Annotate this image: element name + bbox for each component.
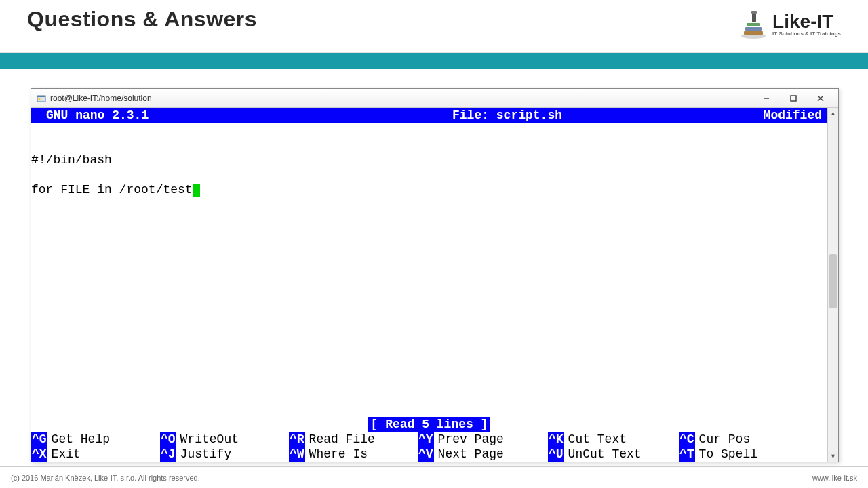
shortcut-key: ^R bbox=[289, 432, 305, 447]
close-button[interactable] bbox=[807, 91, 834, 106]
nano-status-bar: [ Read 5 lines ] bbox=[31, 417, 827, 432]
code-line-2 bbox=[31, 167, 827, 182]
shortcut-key: ^V bbox=[418, 447, 434, 462]
shortcut-key: ^K bbox=[548, 432, 564, 447]
nano-header: GNU nano 2.3.1 File: script.sh Modified bbox=[31, 108, 827, 123]
slide-footer: (c) 2016 Marián Knězek, Like-IT, s.r.o. … bbox=[0, 466, 868, 488]
shortcut-ctrl-c[interactable]: ^CCur Pos bbox=[679, 432, 750, 447]
nano-status-right: Modified bbox=[726, 108, 827, 123]
nano-buffer[interactable]: #!/bin/bashfor FILE in /root/test bbox=[31, 123, 827, 227]
shortcut-label: Prev Page bbox=[434, 432, 504, 447]
shortcut-ctrl-j[interactable]: ^JJustify bbox=[160, 447, 231, 462]
shortcut-ctrl-w[interactable]: ^WWhere Is bbox=[289, 447, 368, 462]
terminal-window: root@Like-IT:/home/solution GNU nano 2.3… bbox=[31, 88, 839, 462]
window-title-text: root@Like-IT:/home/solution bbox=[50, 94, 152, 103]
maximize-button[interactable] bbox=[780, 91, 807, 106]
shortcut-ctrl-y[interactable]: ^YPrev Page bbox=[418, 432, 504, 447]
accent-band bbox=[0, 53, 868, 69]
shortcut-ctrl-v[interactable]: ^VNext Page bbox=[418, 447, 504, 462]
nano-app-name: GNU nano 2.3.1 bbox=[31, 108, 289, 123]
shortcut-label: To Spell bbox=[695, 447, 757, 462]
shortcut-key: ^J bbox=[160, 447, 176, 462]
shortcut-key: ^O bbox=[160, 432, 176, 447]
nano-file-label: File: script.sh bbox=[289, 108, 726, 123]
code-line-3: for FILE in /root/test bbox=[31, 182, 827, 197]
shortcut-label: Exit bbox=[47, 447, 81, 462]
window-controls bbox=[753, 91, 834, 106]
svg-rect-2 bbox=[745, 27, 762, 30]
putty-icon bbox=[37, 94, 46, 103]
logo-main: Like-IT bbox=[772, 12, 841, 31]
nano-status-text: [ Read 5 lines ] bbox=[368, 417, 491, 432]
shortcut-label: Read File bbox=[305, 432, 375, 447]
shortcut-ctrl-o[interactable]: ^OWriteOut bbox=[160, 432, 239, 447]
shortcut-ctrl-g[interactable]: ^GGet Help bbox=[31, 432, 110, 447]
svg-rect-3 bbox=[747, 23, 760, 26]
svg-rect-4 bbox=[752, 12, 756, 22]
shortcut-ctrl-t[interactable]: ^TTo Spell bbox=[679, 447, 757, 462]
shortcut-ctrl-k[interactable]: ^KCut Text bbox=[548, 432, 627, 447]
shortcut-key: ^T bbox=[679, 447, 695, 462]
shortcut-label: Next Page bbox=[434, 447, 504, 462]
logo-area: Like-IT IT Solutions & IT Trainings bbox=[740, 9, 841, 39]
copyright-text: (c) 2016 Marián Knězek, Like-IT, s.r.o. … bbox=[11, 474, 200, 482]
shortcut-key: ^C bbox=[679, 432, 695, 447]
scroll-thumb[interactable] bbox=[829, 254, 837, 308]
text-cursor bbox=[193, 184, 200, 197]
slide-header: Questions & Answers Like-IT IT Solutions… bbox=[0, 0, 868, 53]
nano-shortcuts: ^GGet Help^OWriteOut^RRead File^YPrev Pa… bbox=[31, 432, 827, 462]
shortcut-ctrl-u[interactable]: ^UUnCut Text bbox=[548, 447, 642, 462]
shortcut-key: ^U bbox=[548, 447, 564, 462]
shortcut-label: Cut Text bbox=[564, 432, 627, 447]
shortcut-label: Cur Pos bbox=[695, 432, 751, 447]
svg-point-8 bbox=[39, 98, 41, 100]
logo-text: Like-IT IT Solutions & IT Trainings bbox=[772, 12, 841, 37]
window-titlebar[interactable]: root@Like-IT:/home/solution bbox=[31, 89, 838, 108]
svg-rect-1 bbox=[744, 31, 763, 35]
svg-rect-7 bbox=[37, 96, 45, 97]
logo-books-icon bbox=[740, 9, 767, 39]
terminal-view[interactable]: GNU nano 2.3.1 File: script.sh Modified … bbox=[31, 108, 827, 462]
shortcut-label: Justify bbox=[176, 447, 232, 462]
svg-rect-10 bbox=[791, 96, 796, 101]
shortcut-key: ^G bbox=[31, 432, 47, 447]
shortcut-key: ^Y bbox=[418, 432, 434, 447]
shortcut-key: ^W bbox=[289, 447, 305, 462]
shortcut-label: UnCut Text bbox=[564, 447, 642, 462]
shortcut-ctrl-r[interactable]: ^RRead File bbox=[289, 432, 375, 447]
svg-rect-5 bbox=[751, 11, 757, 14]
logo-sub: IT Solutions & IT Trainings bbox=[772, 31, 841, 37]
slide-title: Questions & Answers bbox=[27, 7, 257, 32]
scroll-up-arrow[interactable]: ▲ bbox=[828, 108, 838, 119]
scroll-down-arrow[interactable]: ▼ bbox=[828, 451, 838, 462]
shortcut-label: Where Is bbox=[305, 447, 368, 462]
vertical-scrollbar[interactable]: ▲ ▼ bbox=[827, 108, 838, 462]
website-text: www.like-it.sk bbox=[812, 474, 857, 482]
shortcut-label: Get Help bbox=[47, 432, 110, 447]
minimize-button[interactable] bbox=[753, 91, 780, 106]
code-line-1: #!/bin/bash bbox=[31, 152, 827, 167]
shortcut-ctrl-x[interactable]: ^XExit bbox=[31, 447, 81, 462]
shortcut-key: ^X bbox=[31, 447, 47, 462]
shortcut-label: WriteOut bbox=[176, 432, 239, 447]
